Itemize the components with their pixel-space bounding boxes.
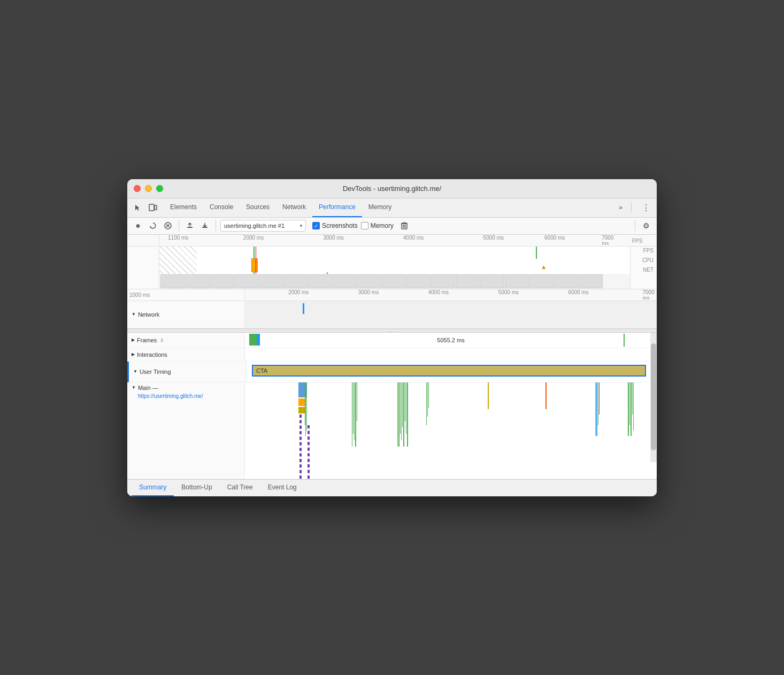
devtools-menu-icon[interactable]: ⋮ [640, 201, 652, 214]
screenshot-thumb[interactable] [529, 274, 554, 288]
screenshot-thumb[interactable] [382, 274, 406, 288]
reload-button[interactable] [147, 219, 159, 232]
cta-label: CTA [256, 367, 267, 374]
upload-button[interactable] [183, 219, 196, 232]
screenshot-thumb[interactable] [308, 274, 332, 288]
screenshot-thumb[interactable] [579, 274, 603, 288]
user-timing-track-content[interactable]: CTA [247, 362, 657, 382]
delete-button[interactable] [398, 219, 411, 232]
scrollbar-vertical[interactable] [650, 333, 657, 462]
resize-handle[interactable]: ... [127, 328, 657, 333]
screenshot-thumb[interactable] [431, 274, 455, 288]
main-collapse-icon[interactable]: ▼ [132, 385, 136, 390]
screenshot-thumb[interactable] [554, 274, 578, 288]
tab-call-tree[interactable]: Call Tree [220, 479, 260, 496]
svg-rect-0 [149, 204, 154, 211]
screenshots-label: Screenshots [322, 222, 358, 229]
screenshot-thumb[interactable] [185, 274, 209, 288]
maximize-button[interactable] [156, 185, 163, 192]
tab-elements[interactable]: Elements [164, 198, 203, 217]
interactions-track: ▶ Interactions [127, 348, 657, 362]
memory-checkbox-wrap[interactable]: Memory [361, 222, 394, 229]
screenshots-checkbox-wrap[interactable]: Screenshots [312, 222, 358, 229]
network-collapse-icon[interactable]: ▼ [132, 312, 136, 317]
tab-memory[interactable]: Memory [362, 198, 398, 217]
net-label: NET [643, 267, 654, 273]
download-button[interactable] [198, 219, 211, 232]
screenshot-thumb[interactable] [406, 274, 431, 288]
user-timing-track-label: ▼ User Timing [129, 362, 247, 382]
svg-rect-1 [155, 205, 157, 210]
interactions-expand-icon[interactable]: ▶ [132, 352, 135, 357]
device-toggle-icon[interactable] [147, 201, 159, 214]
profile-select[interactable]: usertiming.glitch.me #1 [220, 220, 306, 232]
tick-7000ms: 7000 ms [602, 235, 620, 245]
frames-expand-icon[interactable]: ▶ [132, 338, 135, 342]
tab-bottom-up[interactable]: Bottom-Up [174, 479, 219, 496]
timeline-overview[interactable]: ▲ ▲ ▲ [127, 247, 657, 289]
interactions-track-content[interactable] [245, 348, 657, 361]
network-track-content[interactable] [245, 301, 657, 328]
tick-5000ms: 5000 ms [483, 235, 504, 241]
screenshot-thumb[interactable] [456, 274, 480, 288]
screenshot-thumb[interactable] [283, 274, 308, 288]
cpu-label: CPU [642, 257, 654, 263]
frame-green-bar [249, 334, 257, 346]
frame-blue-bar [257, 334, 260, 346]
traffic-lights [134, 185, 163, 192]
devtools-window: DevTools - usertiming.glitch.me/ Element… [127, 179, 657, 496]
orange-block [251, 258, 258, 272]
scrollbar-thumb[interactable] [651, 343, 656, 450]
tab-performance[interactable]: Performance [312, 198, 362, 217]
tab-network[interactable]: Network [276, 198, 312, 217]
interactions-track-label: ▶ Interactions [127, 348, 245, 361]
screenshot-thumb[interactable] [333, 274, 357, 288]
screenshot-thumb[interactable] [160, 274, 185, 288]
tick-100ms: 1100 ms [168, 235, 188, 241]
main-tick-5000: 5000 ms [498, 289, 519, 295]
user-timing-collapse-icon[interactable]: ▼ [133, 369, 137, 374]
main-tick-3000: 3000 ms [358, 289, 379, 295]
screenshot-thumb[interactable] [210, 274, 234, 288]
main-label: Main — [138, 385, 158, 391]
window-title: DevTools - usertiming.glitch.me/ [343, 185, 441, 193]
minimize-button[interactable] [145, 185, 152, 192]
memory-checkbox[interactable] [361, 222, 368, 229]
screenshots-checkbox[interactable] [312, 222, 320, 229]
screenshot-thumb[interactable] [357, 274, 381, 288]
close-button[interactable] [134, 185, 141, 192]
green-cluster-2 [397, 382, 408, 447]
screenshot-thumb[interactable] [259, 274, 283, 288]
main-tick-2000: 2000 ms [288, 289, 309, 295]
network-bar [303, 303, 304, 314]
performance-toolbar: ● usertiming.glitch.me #1 ▼ Screenshots [127, 218, 657, 235]
main-tick-7000: 7000 ms [642, 289, 654, 300]
user-timing-label: User Timing [140, 369, 171, 375]
frames-track-content[interactable]: 5055.2 ms [245, 333, 657, 348]
screenshot-thumb[interactable] [234, 274, 258, 288]
frames-time-label: 5055.2 ms [437, 337, 464, 343]
main-url-label: https://usertiming.glitch.me/ [138, 393, 203, 399]
green-cluster-4 [595, 382, 599, 436]
title-bar: DevTools - usertiming.glitch.me/ [127, 179, 657, 198]
main-track-content[interactable] [245, 382, 657, 479]
screenshot-thumb[interactable] [505, 274, 529, 288]
nav-icons [132, 201, 159, 214]
svg-rect-9 [403, 223, 406, 224]
settings-button[interactable]: ⚙ [640, 219, 652, 232]
nav-tabs: Elements Console Sources Network Perform… [164, 198, 614, 217]
tab-console[interactable]: Console [203, 198, 240, 217]
clear-button[interactable] [162, 219, 174, 232]
tab-event-log[interactable]: Event Log [260, 479, 304, 496]
tab-summary[interactable]: Summary [132, 479, 174, 496]
user-timing-track: ▼ User Timing CTA [127, 362, 657, 382]
tick-2000ms: 2000 ms [243, 235, 264, 241]
cta-bar[interactable]: CTA [252, 365, 646, 377]
screenshot-thumb[interactable] [480, 274, 504, 288]
cursor-icon[interactable] [132, 201, 144, 214]
network-track-label: ▼ Network [127, 301, 245, 328]
more-tabs-button[interactable]: » [614, 204, 627, 211]
tab-sources[interactable]: Sources [240, 198, 276, 217]
main-block-yellow-1 [298, 407, 305, 413]
record-button[interactable]: ● [132, 219, 144, 232]
